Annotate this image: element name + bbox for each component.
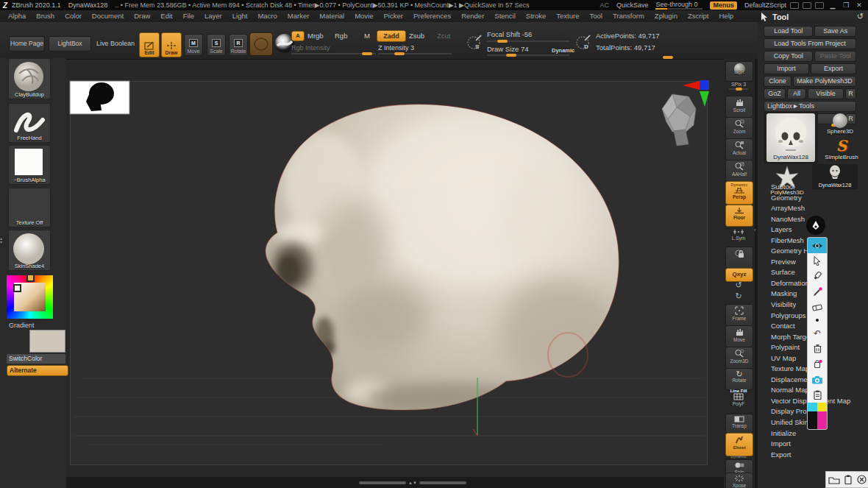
floor-button[interactable]: Floor <box>725 205 753 227</box>
camera-tool[interactable] <box>808 372 827 387</box>
tool-panel-header[interactable]: Tool ↺ <box>758 10 868 23</box>
tool-thumb-sphere3d[interactable]: Sphere3D <box>824 113 856 135</box>
lightbox-tools-button[interactable]: Lightbox►Tools <box>764 101 856 112</box>
import-button[interactable]: Import <box>764 63 809 74</box>
titlebar-layout-icon-1[interactable] <box>790 2 799 9</box>
titlebar-layout-icon-2[interactable] <box>803 2 811 9</box>
pen-logo-icon[interactable] <box>806 216 825 235</box>
stroke-selector-freehand[interactable]: FreeHand <box>8 103 51 143</box>
rotate-ccw-icon-button[interactable]: ↺ <box>725 280 752 290</box>
paste-tool-button[interactable]: Paste Tool <box>814 51 856 62</box>
rotate-tool-button[interactable]: ↻ Rotate <box>725 368 753 390</box>
move-tool-button[interactable]: Move <box>725 325 753 347</box>
quicksave-button[interactable]: QuickSave <box>616 1 649 9</box>
menu-item-light[interactable]: Light <box>227 10 253 22</box>
camera-lock-button[interactable] <box>725 247 753 269</box>
ghost-button[interactable]: Ghost <box>725 433 753 456</box>
close-icon[interactable] <box>857 475 867 484</box>
menu-item-zscript[interactable]: Zscript <box>683 10 714 22</box>
tool-thumb-simplebrush[interactable]: S SimpleBrush <box>824 138 859 164</box>
draw-mode-button[interactable]: Draw <box>161 32 182 57</box>
polyf-button[interactable]: Line Fill PolyF <box>725 389 752 406</box>
menu-item-layer[interactable]: Layer <box>199 10 227 22</box>
aahalf-button[interactable]: AAHalf <box>725 160 753 182</box>
left-tray-resize-handle[interactable]: ▴▾ <box>0 237 2 244</box>
menu-item-transform[interactable]: Transform <box>608 10 650 22</box>
minimize-button[interactable]: ▁ <box>828 1 837 9</box>
z-intensity-slider[interactable] <box>378 53 452 54</box>
menu-item-texture[interactable]: Texture <box>551 10 584 22</box>
menu-item-material[interactable]: Material <box>314 10 349 22</box>
menu-item-document[interactable]: Document <box>87 10 129 22</box>
frame-button[interactable]: Frame <box>725 304 753 326</box>
goz-r-button[interactable]: R <box>845 88 856 99</box>
home-page-button[interactable]: Home Page <box>9 36 45 52</box>
menu-item-brush[interactable]: Brush <box>31 10 60 22</box>
menu-item-zplugin[interactable]: Zplugin <box>650 10 683 22</box>
gradient-selector-2[interactable] <box>13 284 21 292</box>
scale-mode-button[interactable]: S Scale <box>207 34 226 56</box>
menu-item-file[interactable]: File <box>178 10 199 22</box>
tool-section-subtool[interactable]: Subtool <box>771 182 850 193</box>
rotate-cw-icon-button[interactable]: ↻ <box>725 291 752 301</box>
menu-item-movie[interactable]: Movie <box>349 10 378 22</box>
clone-button[interactable]: Clone <box>764 76 791 87</box>
alpha-selector-brushalpha[interactable]: ~BrushAlpha <box>8 145 51 185</box>
rotate-mode-button[interactable]: R Rotate <box>229 34 248 56</box>
close-button[interactable]: ✕ <box>855 1 864 9</box>
make-polymesh3d-button[interactable]: Make PolyMesh3D <box>793 76 856 87</box>
menu-item-preferences[interactable]: Preferences <box>408 10 456 22</box>
clipboard-icon[interactable] <box>844 475 852 484</box>
eye-tool[interactable] <box>808 238 827 253</box>
alternate-button[interactable]: Alternate <box>7 365 68 376</box>
trash-tool[interactable] <box>808 341 827 356</box>
eraser-tool[interactable] <box>808 300 827 315</box>
alpha-channel-badge[interactable]: A <box>291 31 305 41</box>
material-selector-skinshade4[interactable]: SkinShade4 <box>8 230 51 271</box>
zoom-button[interactable]: Zoom <box>725 117 753 139</box>
export-button[interactable]: Export <box>811 63 856 74</box>
tool-section-export[interactable]: Export <box>771 450 850 461</box>
pencil-tool[interactable] <box>808 284 827 300</box>
shelf-slider-nub[interactable] <box>663 56 673 59</box>
dynamic-draw-size-label[interactable]: Dynamic <box>552 47 574 54</box>
bottom-tray-divider[interactable]: ▲▼ <box>359 481 466 485</box>
menu-item-help[interactable]: Help <box>714 10 739 22</box>
default-zscript-button[interactable]: DefaultZScript <box>744 1 786 9</box>
actual-button[interactable]: Actual <box>725 138 753 160</box>
color-palette-tool[interactable] <box>808 403 827 429</box>
menu-item-macro[interactable]: Macro <box>252 10 282 22</box>
clipboard-tool[interactable] <box>808 387 827 403</box>
spix-slider[interactable]: SPix 3 <box>725 82 752 90</box>
transp-button[interactable]: Transp <box>725 414 753 434</box>
folder-icon[interactable] <box>828 475 840 484</box>
move-mode-button[interactable]: M Move <box>184 34 203 56</box>
canvas-viewport[interactable] <box>66 59 724 477</box>
titlebar-layout-icon-3[interactable] <box>815 2 824 9</box>
gradient-selector-1[interactable] <box>26 274 35 282</box>
menu-item-render[interactable]: Render <box>456 10 489 22</box>
xpose-button[interactable]: Xpose <box>725 473 753 488</box>
stroke-selector[interactable] <box>249 32 273 56</box>
cursor-tool[interactable] <box>808 253 827 269</box>
menu-item-edit[interactable]: Edit <box>155 10 177 22</box>
dot-size-tool[interactable] <box>808 315 827 325</box>
menu-item-alpha[interactable]: Alpha <box>3 10 31 22</box>
see-through-slider[interactable]: See-through 0 <box>655 1 702 10</box>
visible-button[interactable]: Visible <box>808 88 844 99</box>
marker-tool[interactable] <box>808 356 827 372</box>
menu-item-draw[interactable]: Draw <box>129 10 155 22</box>
restore-button[interactable]: ❒ <box>842 1 850 9</box>
tool-panel-refresh-icon[interactable]: ↺ <box>857 12 864 21</box>
menu-item-color[interactable]: Color <box>60 10 87 22</box>
copy-tool-button[interactable]: Copy Tool <box>764 51 813 62</box>
load-tools-from-project-button[interactable]: Load Tools From Project <box>764 38 856 49</box>
save-as-button[interactable]: Save As <box>814 26 856 37</box>
switch-color-button[interactable]: SwitchColor <box>7 354 65 364</box>
zadd-button[interactable]: Zadd <box>377 30 406 42</box>
highlighter-tool[interactable] <box>808 269 827 284</box>
scroll-button[interactable]: Scroll <box>725 96 753 118</box>
edit-mode-button[interactable]: Edit <box>139 32 160 57</box>
draw-size-slider[interactable] <box>487 54 569 56</box>
right-tray-resize-handle[interactable]: ‹ <box>754 227 756 233</box>
